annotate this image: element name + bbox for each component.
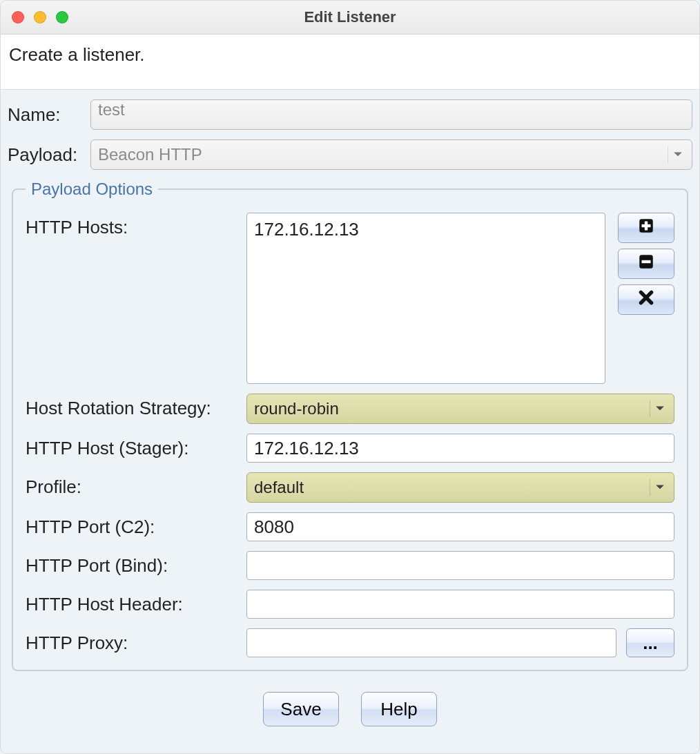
svg-rect-2 [642, 224, 651, 227]
minus-icon [637, 253, 655, 275]
chevron-down-icon [650, 479, 670, 496]
http-host-header-input[interactable] [246, 590, 674, 619]
profile-label: Profile: [26, 472, 246, 498]
http-proxy-label: HTTP Proxy: [26, 628, 246, 654]
add-host-button[interactable] [618, 213, 674, 243]
clear-hosts-button[interactable] [618, 284, 674, 315]
http-host-stager-input[interactable] [246, 434, 674, 463]
http-proxy-input[interactable] [246, 628, 616, 657]
payload-select-value: Beacon HTTP [98, 145, 202, 164]
help-button[interactable]: Help [361, 692, 437, 726]
host-rotation-select[interactable]: round-robin [246, 394, 674, 424]
payload-options-legend: Payload Options [26, 180, 158, 199]
http-host-stager-label: HTTP Host (Stager): [26, 434, 246, 459]
http-port-c2-label: HTTP Port (C2): [26, 512, 246, 538]
dialog-buttons: Save Help [1, 684, 699, 737]
http-proxy-browse-button[interactable]: ... [626, 628, 674, 657]
http-hosts-list[interactable]: 172.16.12.13 [246, 213, 605, 384]
edit-listener-window: Edit Listener Create a listener. Name: t… [0, 0, 700, 754]
list-item[interactable]: 172.16.12.13 [254, 219, 598, 240]
http-hosts-label: HTTP Hosts: [26, 213, 246, 238]
window-title: Edit Listener [1, 8, 699, 26]
name-label: Name: [8, 104, 90, 126]
payload-select[interactable]: Beacon HTTP [90, 139, 692, 170]
plus-icon [637, 217, 655, 239]
save-button[interactable]: Save [263, 692, 339, 726]
payload-options-group: Payload Options HTTP Hosts: 172.16.12.13 [12, 180, 688, 671]
name-input-value: test [98, 100, 125, 119]
host-rotation-value: round-robin [254, 399, 339, 418]
chevron-down-icon [650, 400, 670, 417]
close-icon [637, 289, 655, 311]
remove-host-button[interactable] [618, 249, 674, 279]
titlebar: Edit Listener [1, 1, 699, 35]
form-description: Create a listener. [1, 35, 699, 90]
profile-select[interactable]: default [246, 472, 674, 503]
svg-rect-4 [642, 260, 651, 263]
http-host-header-label: HTTP Host Header: [26, 590, 246, 615]
host-rotation-label: Host Rotation Strategy: [26, 394, 246, 419]
payload-label: Payload: [8, 144, 90, 166]
form-area: Name: test Payload: Beacon HTTP Payload … [1, 90, 699, 684]
profile-value: default [254, 478, 304, 497]
name-input[interactable]: test [90, 99, 692, 130]
http-port-bind-input[interactable] [246, 551, 674, 580]
http-port-c2-input[interactable] [246, 512, 674, 541]
http-port-bind-label: HTTP Port (Bind): [26, 551, 246, 577]
chevron-down-icon [668, 146, 688, 163]
